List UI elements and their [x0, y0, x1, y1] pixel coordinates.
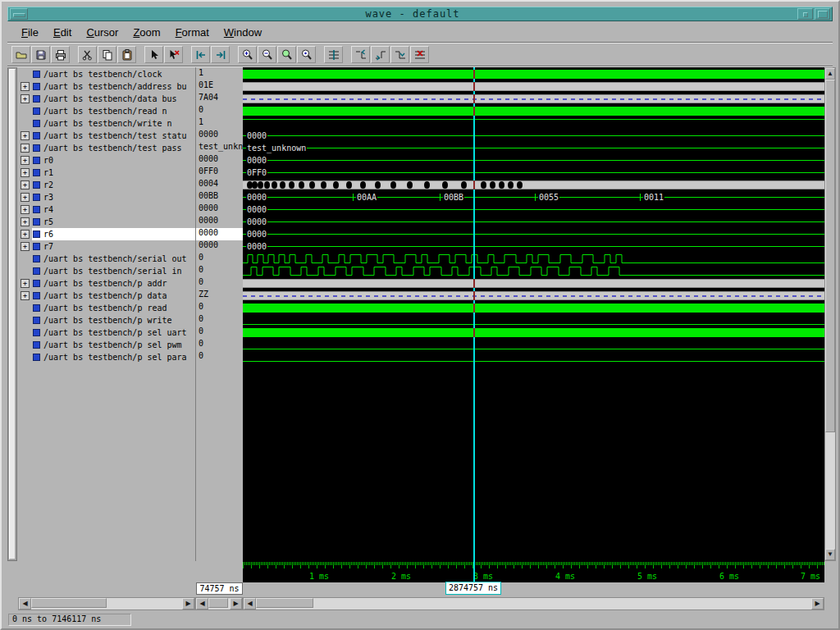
wave-row[interactable]: 0FF0 [243, 167, 824, 179]
time-ruler[interactable]: 1 ms2 ms3 ms4 ms5 ms6 ms7 ms [243, 561, 824, 582]
signal-name-body[interactable]: r5 [32, 216, 195, 228]
signal-name-body[interactable]: r1 [32, 167, 195, 179]
signal-name-row[interactable]: +/uart_bs_testbench/data_bus [18, 93, 195, 105]
find-next-falling-edge-button[interactable] [390, 46, 409, 63]
wave-row[interactable]: 0000 [243, 154, 824, 167]
values-horizontal-scrollbar[interactable]: ◀ ▶ [195, 597, 243, 610]
expand-icon[interactable]: + [21, 94, 30, 103]
wave-row[interactable] [243, 351, 824, 363]
scroll-left-icon[interactable]: ◀ [19, 598, 31, 609]
find-previous-edge-button[interactable] [351, 46, 370, 63]
signal-name-body[interactable]: /uart_bs_testbench/read_n [32, 105, 195, 117]
waveform-area[interactable]: 0000test_unknown00000FF0000000AA00BB0055… [243, 67, 824, 561]
scrollbar-trough[interactable] [208, 598, 230, 609]
delete-button[interactable] [164, 46, 183, 63]
scrollbar-trough[interactable] [825, 80, 835, 549]
signal-name-body[interactable]: /uart_bs_testbench/address_bu [32, 80, 195, 93]
signal-name-row[interactable]: +r3 [18, 191, 195, 203]
scroll-down-icon[interactable]: ▼ [825, 549, 835, 560]
scroll-left-icon[interactable]: ◀ [196, 598, 208, 609]
expand-icon[interactable]: + [21, 279, 30, 288]
signal-name-body[interactable]: r4 [32, 203, 195, 216]
scroll-right-icon[interactable]: ▶ [811, 598, 824, 609]
wave-row[interactable] [243, 93, 824, 105]
wave-row[interactable]: 0000 [243, 216, 824, 228]
wave-vertical-scrollbar[interactable]: ▲ ▼ [824, 67, 836, 561]
scroll-right-icon[interactable]: ▶ [230, 598, 242, 609]
scrollbar-thumb[interactable] [208, 598, 228, 608]
signal-name-row[interactable]: +/uart_bs_testbench/p_addr [18, 277, 195, 290]
insert-cursor-button[interactable] [324, 46, 343, 63]
wave-row[interactable] [243, 326, 824, 339]
signal-name-row[interactable]: /uart_bs_testbench/serial_out [18, 253, 195, 265]
wave-row[interactable] [243, 253, 824, 265]
expand-icon[interactable]: + [21, 156, 30, 165]
signal-name-row[interactable]: /uart_bs_testbench/serial_in [18, 265, 195, 277]
signal-name-row[interactable]: /uart_bs_testbench/write_n [18, 117, 195, 130]
menu-format[interactable]: Format [168, 25, 217, 40]
zoom-full-button[interactable] [277, 46, 296, 63]
wave-row[interactable] [243, 290, 824, 302]
menu-zoom[interactable]: Zoom [126, 25, 167, 40]
scroll-up-icon[interactable]: ▲ [825, 68, 835, 80]
menu-window[interactable]: Window [217, 25, 269, 40]
menu-cursor[interactable]: Cursor [79, 25, 126, 40]
wave-row[interactable]: 0000 [243, 203, 824, 216]
scroll-left-icon[interactable]: ◀ [244, 598, 256, 609]
minimize-button[interactable] [797, 8, 813, 20]
menu-edit[interactable]: Edit [46, 25, 79, 40]
expand-icon[interactable]: + [21, 205, 30, 214]
scrollbar-thumb[interactable] [825, 80, 835, 432]
expand-icon[interactable]: + [21, 168, 30, 177]
signal-name-body[interactable]: r0 [32, 154, 195, 167]
signal-name-body[interactable]: /uart_bs_testbench/data_bus [32, 93, 195, 105]
signal-name-body[interactable]: /uart_bs_testbench/test_pass_ [32, 142, 195, 154]
signal-name-row[interactable]: /uart_bs_testbench/p_sel_uart [18, 326, 195, 339]
wave-row[interactable] [243, 314, 824, 326]
signal-name-body[interactable]: /uart_bs_testbench/p_write [32, 314, 195, 326]
signal-name-body[interactable]: /uart_bs_testbench/p_sel_uart [32, 326, 195, 339]
copy-button[interactable] [98, 46, 116, 63]
signal-name-body[interactable]: /uart_bs_testbench/p_data [32, 290, 195, 302]
print-button[interactable] [51, 46, 70, 63]
signal-name-row[interactable]: +/uart_bs_testbench/test_statu [18, 130, 195, 142]
signal-name-row[interactable]: /uart_bs_testbench/p_sel_para [18, 351, 195, 363]
select-mode-button[interactable] [144, 46, 163, 63]
signal-name-row[interactable]: /uart_bs_testbench/p_write [18, 314, 195, 326]
menu-file[interactable]: File [14, 25, 46, 40]
scrollbar-thumb[interactable] [9, 69, 16, 559]
signal-name-body[interactable]: /uart_bs_testbench/serial_out [32, 253, 195, 265]
paste-button[interactable] [117, 46, 136, 63]
signal-name-row[interactable]: +r4 [18, 203, 195, 216]
wave-row[interactable] [243, 105, 824, 117]
zoom-mode-button[interactable] [297, 46, 316, 63]
signal-name-body[interactable]: /uart_bs_testbench/p_addr [32, 277, 195, 290]
signal-name-body[interactable]: /uart_bs_testbench/test_statu [32, 130, 195, 142]
window-menu-button[interactable] [10, 8, 28, 20]
zoom-in-button[interactable] [238, 46, 257, 63]
find-next-edge-button[interactable] [371, 46, 390, 63]
wave-row[interactable]: 0000 [243, 240, 824, 253]
signal-name-body[interactable]: /uart_bs_testbench/serial_in [32, 265, 195, 277]
cursor-time-box[interactable]: 2874757 ns [445, 582, 501, 595]
signal-name-row[interactable]: /uart_bs_testbench/p_read [18, 302, 195, 314]
signal-name-row[interactable]: +r7 [18, 240, 195, 253]
signal-name-body[interactable]: /uart_bs_testbench/p_sel_para [32, 351, 195, 363]
signal-name-body[interactable]: r2 [32, 179, 195, 191]
signal-name-body[interactable]: /uart_bs_testbench/clock [32, 68, 195, 80]
wave-cursor-line[interactable] [473, 67, 475, 561]
names-horizontal-scrollbar[interactable]: ◀ ▶ [18, 597, 195, 610]
find-previous-transition-button[interactable] [191, 46, 210, 63]
wave-row[interactable]: 0000 [243, 228, 824, 240]
expand-icon[interactable]: + [21, 144, 30, 153]
titlebar[interactable]: wave - default [7, 7, 833, 21]
expand-icon[interactable]: + [21, 193, 30, 202]
signal-name-body[interactable]: /uart_bs_testbench/p_read [32, 302, 195, 314]
find-next-transition-button[interactable] [211, 46, 230, 63]
wave-row[interactable] [243, 80, 824, 93]
signal-name-row[interactable]: /uart_bs_testbench/p_sel_pwm [18, 339, 195, 351]
signal-name-body[interactable]: /uart_bs_testbench/write_n [32, 117, 195, 130]
names-vertical-scrollbar[interactable] [7, 67, 17, 561]
wave-row[interactable]: 0000 [243, 130, 824, 142]
expand-icon[interactable]: + [21, 291, 30, 300]
